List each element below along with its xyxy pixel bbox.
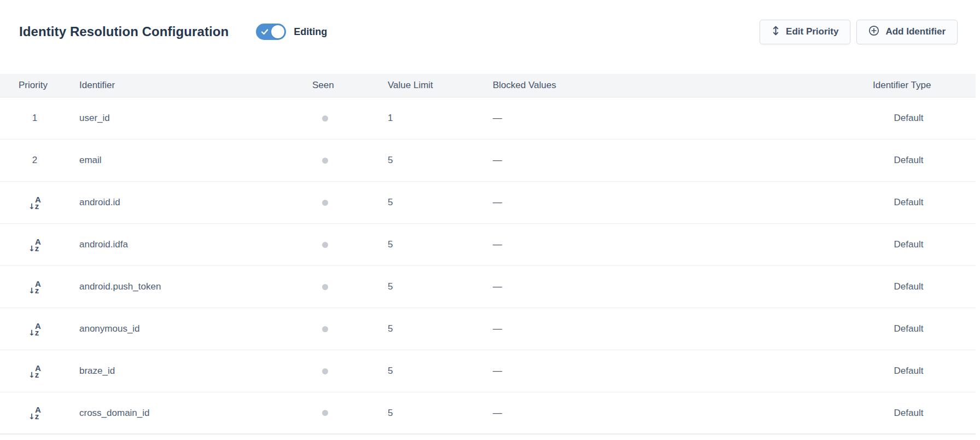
value-limit-cell: 5	[388, 408, 493, 419]
seen-dot	[322, 326, 328, 332]
identifier-cell: android.idfa	[69, 239, 300, 250]
value-limit-cell: 5	[388, 281, 493, 292]
table-body: 1 A ↓ z user_id 1 — Default 2 A ↓ z	[0, 97, 976, 435]
priority-cell: A ↓ z	[0, 406, 69, 420]
table-row[interactable]: A ↓ z android.idfa 5 — Default	[0, 224, 976, 266]
priority-cell: A ↓ z	[0, 195, 69, 210]
blocked-values-cell: —	[493, 366, 873, 377]
seen-dot	[322, 284, 328, 290]
sort-alphabetical-icon: A ↓ z	[28, 238, 41, 252]
table-row[interactable]: A ↓ z android.push_token 5 — Default	[0, 266, 976, 308]
seen-cell	[300, 242, 388, 248]
page-header: Identity Resolution Configuration Editin…	[19, 16, 958, 47]
seen-dot	[322, 158, 328, 164]
seen-cell	[300, 410, 388, 416]
value-limit-cell: 1	[388, 113, 493, 124]
column-header-identifier-type: Identifier Type	[873, 80, 976, 91]
column-header-seen: Seen	[300, 80, 388, 91]
identifier-cell: android.push_token	[69, 281, 300, 292]
identifier-cell: email	[69, 155, 300, 166]
arrow-down-icon: ↓	[28, 202, 35, 210]
sort-alphabetical-icon: A ↓ z	[28, 195, 41, 210]
arrow-down-icon: ↓	[28, 413, 35, 420]
identifier-type-cell: Default	[873, 323, 976, 334]
identifier-cell: android.id	[69, 197, 300, 208]
blocked-values-cell: —	[493, 113, 873, 124]
blocked-values-cell: —	[493, 155, 873, 166]
check-icon	[261, 28, 269, 36]
editing-toggle-label: Editing	[294, 26, 327, 38]
seen-cell	[300, 200, 388, 206]
seen-dot	[322, 115, 328, 121]
add-identifier-label: Add Identifier	[885, 26, 946, 37]
add-identifier-button[interactable]: Add Identifier	[856, 20, 958, 44]
value-limit-cell: 5	[388, 323, 493, 334]
column-header-value-limit: Value Limit	[388, 80, 493, 91]
seen-dot	[322, 200, 328, 206]
seen-dot	[322, 368, 328, 374]
up-down-arrow-icon	[772, 25, 780, 39]
arrow-down-icon: ↓	[28, 329, 35, 337]
sort-alphabetical-icon: A ↓ z	[28, 406, 41, 420]
priority-cell: A ↓ z	[0, 280, 69, 294]
identifier-type-cell: Default	[873, 366, 976, 377]
table-row[interactable]: 1 A ↓ z user_id 1 — Default	[0, 97, 976, 140]
edit-priority-button[interactable]: Edit Priority	[760, 20, 850, 44]
priority-cell: A ↓ z	[0, 238, 69, 252]
column-header-blocked-values: Blocked Values	[493, 80, 873, 91]
seen-cell	[300, 115, 388, 121]
table-row[interactable]: A ↓ z cross_domain_id 5 — Default	[0, 392, 976, 435]
arrow-down-icon: ↓	[28, 371, 35, 379]
plus-circle-icon	[868, 25, 879, 39]
seen-cell	[300, 326, 388, 332]
seen-cell	[300, 158, 388, 164]
value-limit-cell: 5	[388, 197, 493, 208]
blocked-values-cell: —	[493, 281, 873, 292]
table-row[interactable]: A ↓ z anonymous_id 5 — Default	[0, 308, 976, 350]
priority-cell: 1 A ↓ z	[0, 113, 69, 124]
priority-number: 1	[32, 113, 37, 124]
seen-dot	[322, 242, 328, 248]
table-row[interactable]: A ↓ z android.id 5 — Default	[0, 182, 976, 224]
seen-cell	[300, 368, 388, 374]
identifier-cell: cross_domain_id	[69, 408, 300, 419]
editing-toggle[interactable]	[256, 24, 286, 40]
arrow-down-icon: ↓	[28, 245, 35, 252]
priority-cell: A ↓ z	[0, 322, 69, 337]
identifier-type-cell: Default	[873, 113, 976, 124]
blocked-values-cell: —	[493, 323, 873, 334]
column-header-priority: Priority	[0, 80, 69, 91]
page-title: Identity Resolution Configuration	[19, 24, 229, 39]
arrow-down-icon: ↓	[28, 287, 35, 294]
blocked-values-cell: —	[493, 408, 873, 419]
identifier-type-cell: Default	[873, 408, 976, 419]
column-header-identifier: Identifier	[69, 80, 300, 91]
identifier-cell: user_id	[69, 113, 300, 124]
seen-dot	[322, 410, 328, 416]
identifier-type-cell: Default	[873, 239, 976, 250]
identifier-type-cell: Default	[873, 155, 976, 166]
priority-number: 2	[32, 155, 37, 166]
identifier-type-cell: Default	[873, 197, 976, 208]
table-row[interactable]: 2 A ↓ z email 5 — Default	[0, 140, 976, 182]
table-header: Priority Identifier Seen Value Limit Blo…	[0, 74, 976, 97]
sort-alphabetical-icon: A ↓ z	[28, 280, 41, 294]
blocked-values-cell: —	[493, 197, 873, 208]
toggle-knob	[271, 25, 284, 38]
priority-cell: A ↓ z	[0, 364, 69, 379]
identifier-cell: anonymous_id	[69, 323, 300, 334]
edit-priority-label: Edit Priority	[786, 26, 838, 37]
identifier-cell: braze_id	[69, 366, 300, 377]
table-row[interactable]: A ↓ z braze_id 5 — Default	[0, 350, 976, 392]
priority-cell: 2 A ↓ z	[0, 155, 69, 166]
value-limit-cell: 5	[388, 366, 493, 377]
blocked-values-cell: —	[493, 239, 873, 250]
sort-alphabetical-icon: A ↓ z	[28, 364, 41, 379]
value-limit-cell: 5	[388, 239, 493, 250]
sort-alphabetical-icon: A ↓ z	[28, 322, 41, 337]
seen-cell	[300, 284, 388, 290]
value-limit-cell: 5	[388, 155, 493, 166]
identifier-type-cell: Default	[873, 281, 976, 292]
